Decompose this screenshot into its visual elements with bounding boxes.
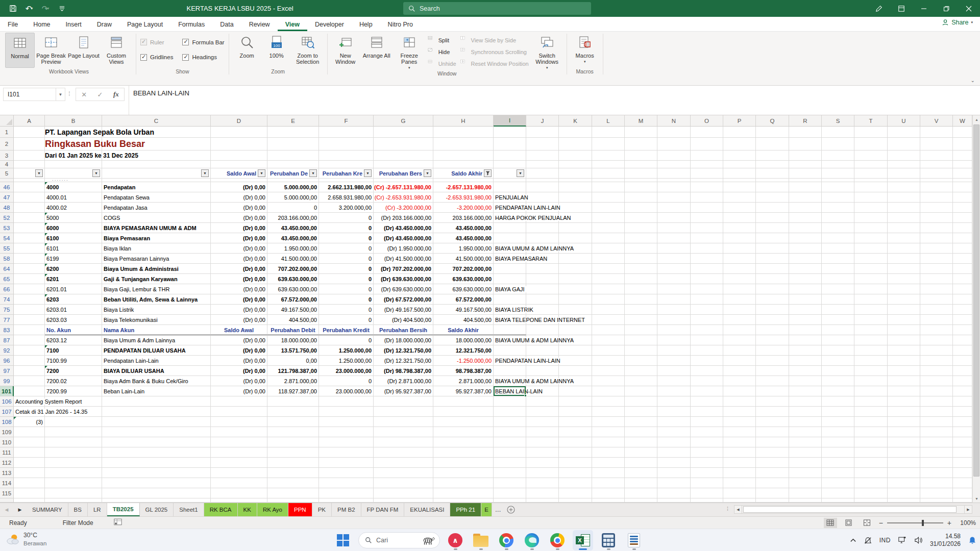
cell[interactable] xyxy=(822,274,854,284)
cell[interactable] xyxy=(433,427,494,437)
cell[interactable]: (Dr) 0,00 xyxy=(211,233,267,243)
cell[interactable] xyxy=(592,274,625,284)
cell[interactable] xyxy=(625,151,657,161)
cell[interactable] xyxy=(953,294,972,305)
row-header[interactable]: 4 xyxy=(0,161,14,168)
macro-record-icon[interactable] xyxy=(114,518,122,527)
cell[interactable] xyxy=(822,478,854,488)
cell[interactable] xyxy=(723,366,756,376)
sheet-tab-lr[interactable]: LR xyxy=(88,503,107,516)
cell[interactable] xyxy=(854,427,888,437)
cell[interactable]: 49.167.500,00 xyxy=(433,305,494,315)
cell[interactable] xyxy=(854,168,888,179)
cell[interactable] xyxy=(526,468,559,478)
cell[interactable] xyxy=(789,305,822,315)
cell[interactable] xyxy=(625,223,657,233)
cell[interactable] xyxy=(854,488,888,498)
cell[interactable] xyxy=(691,264,723,274)
cell[interactable] xyxy=(592,294,625,305)
cell[interactable]: 4000.01 xyxy=(45,192,102,203)
cell[interactable] xyxy=(953,264,972,274)
cell[interactable]: 98.798.387,00 xyxy=(433,366,494,376)
cell[interactable]: 43.450.000,00 xyxy=(433,233,494,243)
cell[interactable] xyxy=(494,325,526,335)
cell[interactable] xyxy=(657,192,691,203)
chrome-profile2-icon[interactable] xyxy=(547,530,568,550)
ribbon-tab-file[interactable]: File xyxy=(0,18,26,31)
cell[interactable]: Accounting System Report xyxy=(14,396,45,407)
ribbon-button-100-[interactable]: 100100% xyxy=(262,33,291,68)
cell[interactable] xyxy=(920,396,953,407)
cell[interactable] xyxy=(888,386,920,396)
cell[interactable] xyxy=(920,366,953,376)
cell[interactable] xyxy=(723,284,756,294)
cell[interactable] xyxy=(854,294,888,305)
cell[interactable] xyxy=(14,366,45,376)
sheet-tab-pph-21[interactable]: PPh 21 xyxy=(450,503,481,516)
row-header[interactable]: 99 xyxy=(0,376,14,386)
cell[interactable]: 639.630.000,00 xyxy=(433,284,494,294)
cell[interactable]: Beban Utiliti, Adm, Sewa & Lainnya xyxy=(102,294,211,305)
cell[interactable] xyxy=(854,417,888,427)
cell[interactable]: (Dr) 0,00 xyxy=(211,203,267,213)
cell[interactable] xyxy=(920,223,953,233)
cell[interactable]: 707.202.000,00 xyxy=(267,264,319,274)
cell[interactable]: (Dr) 0,00 xyxy=(211,243,267,254)
cell[interactable] xyxy=(920,437,953,447)
ribbon-button-page-break-preview[interactable]: Page Break Preview xyxy=(35,33,67,68)
cell[interactable] xyxy=(789,417,822,427)
ribbon-button-view-side-by-side[interactable]: View Side by Side xyxy=(460,36,529,45)
cell[interactable] xyxy=(888,335,920,345)
checkbox-ruler[interactable]: Ruler xyxy=(140,35,173,50)
cell[interactable] xyxy=(920,407,953,417)
cell[interactable] xyxy=(102,161,211,168)
cell[interactable] xyxy=(756,138,789,151)
cell[interactable] xyxy=(723,203,756,213)
cell[interactable] xyxy=(789,233,822,243)
row-header[interactable]: 74 xyxy=(0,294,14,305)
cell[interactable] xyxy=(592,386,625,396)
cell[interactable]: 0 xyxy=(319,335,374,345)
horizontal-scroll-track[interactable] xyxy=(742,505,964,514)
cell[interactable] xyxy=(691,179,723,182)
cell[interactable]: (Dr) 0,00 xyxy=(211,315,267,325)
cell[interactable] xyxy=(267,138,319,151)
cell[interactable]: -1.250.000,00 xyxy=(433,356,494,366)
cell[interactable] xyxy=(657,254,691,264)
cell[interactable] xyxy=(14,498,45,503)
cell[interactable]: 0 xyxy=(319,376,374,386)
close-button[interactable] xyxy=(958,0,980,17)
cell[interactable] xyxy=(888,264,920,274)
cell[interactable] xyxy=(756,325,789,335)
cell[interactable]: 118.927.387,00 xyxy=(267,386,319,396)
cell[interactable] xyxy=(45,161,102,168)
cell[interactable] xyxy=(888,138,920,151)
cell[interactable] xyxy=(854,386,888,396)
cell[interactable] xyxy=(953,325,972,335)
ribbon-button-unhide[interactable]: Unhide xyxy=(428,59,456,68)
cell[interactable] xyxy=(723,192,756,203)
cell[interactable] xyxy=(625,498,657,503)
cell[interactable] xyxy=(374,427,433,437)
cell[interactable] xyxy=(526,345,559,356)
cell[interactable]: 49.167.500,00 xyxy=(267,305,319,315)
cell[interactable] xyxy=(756,427,789,437)
cell[interactable] xyxy=(756,179,789,182)
cell[interactable]: Pendapatan Sewa xyxy=(102,192,211,203)
cell[interactable] xyxy=(625,233,657,243)
cell[interactable] xyxy=(723,168,756,179)
cell[interactable] xyxy=(854,458,888,468)
column-header-U[interactable]: U xyxy=(888,115,920,127)
row-header[interactable]: 48 xyxy=(0,203,14,213)
cell[interactable] xyxy=(592,366,625,376)
cell[interactable] xyxy=(14,478,45,488)
cell[interactable] xyxy=(789,325,822,335)
cell[interactable] xyxy=(789,213,822,223)
cell[interactable] xyxy=(756,284,789,294)
cell[interactable] xyxy=(102,407,211,417)
row-header[interactable]: 77 xyxy=(0,315,14,325)
cell[interactable] xyxy=(789,356,822,366)
titlebar-search-box[interactable]: Search xyxy=(403,2,591,15)
cell[interactable] xyxy=(953,356,972,366)
cell[interactable] xyxy=(494,417,526,427)
